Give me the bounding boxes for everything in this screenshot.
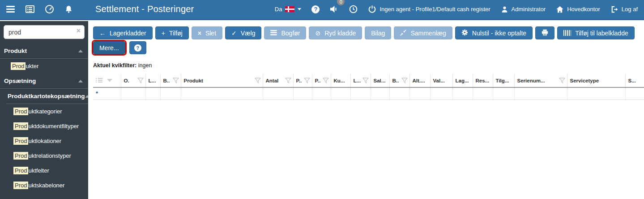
filter-icon[interactable] (255, 78, 261, 83)
table-row[interactable]: * (93, 87, 644, 100)
search-match-highlight: Prod (13, 182, 28, 189)
column-header-val[interactable]: Val... (430, 74, 452, 87)
filter-icon[interactable] (304, 78, 310, 83)
sidebar-section-opsaetning[interactable]: Opsætning (0, 74, 88, 89)
nulstil-button[interactable]: Nulstil - ikke optalte (455, 26, 533, 39)
search-input[interactable] (4, 25, 85, 39)
column-header-lag[interactable]: Lag... (452, 74, 473, 87)
button-label: Bilag (371, 30, 385, 37)
column-header-sal[interactable]: Sal... (371, 74, 389, 87)
mere-button[interactable]: Mere... (93, 41, 125, 54)
check-icon: ✓ (231, 30, 237, 36)
filter-icon[interactable] (363, 78, 369, 83)
user-menu[interactable]: Administrator (501, 5, 546, 13)
sidebar-item-produktdokumentfiltyper[interactable]: Produktdokumentfiltyper (0, 119, 88, 134)
sidebar-item-produktrelationstyper[interactable]: Produktrelationstyper (0, 148, 88, 163)
grid-control-header[interactable] (93, 74, 121, 87)
column-header-p1[interactable]: P.. (293, 74, 312, 87)
column-label: P.. (296, 78, 302, 83)
quickfilter-value: ingen (138, 62, 152, 69)
chevron-up-icon (78, 80, 83, 82)
logout-button[interactable]: Log af (610, 5, 638, 13)
column-label: B.. (163, 78, 170, 83)
menu-icon[interactable] (6, 6, 15, 13)
column-header-b1[interactable]: B.. (160, 74, 181, 87)
ryd-kladde-button[interactable]: ⊘ Ryd kladde (309, 26, 362, 39)
main-content: ← Lagerkladder + Tilføj × Slet ✓ Vælg Bo… (88, 21, 644, 199)
print-button[interactable] (535, 26, 554, 39)
sidebar-search: × (4, 25, 85, 39)
row-menu-icon[interactable] (96, 78, 102, 83)
clock-icon[interactable] (349, 5, 358, 13)
column-label: S... (628, 78, 636, 83)
item-label: uktkategorier (28, 108, 62, 115)
tilfoj-til-labelkladde-button[interactable]: Tilføj til labelkladde (557, 26, 635, 39)
filter-icon[interactable] (323, 78, 329, 83)
filter-icon[interactable] (559, 78, 565, 83)
column-header-p2[interactable]: P.. (312, 74, 331, 87)
column-header-alt[interactable]: Alt.... (409, 74, 430, 87)
column-header-l2[interactable]: L... (350, 74, 371, 87)
x-icon: × (198, 30, 201, 36)
column-label: L... (354, 78, 361, 83)
column-header-res[interactable]: Res... (473, 74, 493, 87)
filter-icon[interactable] (137, 78, 144, 83)
column-header-b2[interactable]: B.. (389, 74, 409, 87)
search-match-highlight: Prod (13, 137, 28, 145)
column-label: P.. (315, 78, 321, 83)
help-button[interactable]: ? (129, 41, 146, 54)
help-icon[interactable]: ? (311, 5, 320, 13)
sidebar-section-produkt[interactable]: Produkt (0, 43, 88, 59)
search-match-highlight: Prod (13, 122, 28, 130)
sammenlaeg-button[interactable]: Sammenlæg (394, 26, 452, 39)
column-header-ku[interactable]: Ku... (331, 74, 350, 87)
column-label: Alt.... (413, 78, 425, 83)
column-label: Lag... (456, 78, 469, 83)
chevron-down-icon[interactable] (107, 79, 112, 82)
column-label: Servicetype (570, 78, 599, 83)
language-selector[interactable]: Da (275, 6, 302, 13)
bogfor-button[interactable]: Bogfør (264, 26, 306, 39)
filter-icon[interactable] (173, 78, 179, 83)
slet-button[interactable]: × Slet (192, 26, 222, 39)
column-header-l1[interactable]: L... (145, 74, 160, 87)
column-header-servicetype[interactable]: Servicetype (567, 74, 625, 87)
bell-icon[interactable] (64, 5, 73, 14)
clear-search-icon[interactable]: × (77, 27, 81, 35)
column-header-antal[interactable]: Antal (263, 74, 293, 87)
column-header-tilg[interactable]: Tilg... (493, 74, 514, 87)
tilfoj-button[interactable]: + Tilføj (155, 26, 189, 39)
search-match-highlight: Prod (11, 62, 26, 70)
sidebar-item-produktskabeloner[interactable]: Produktskabeloner (0, 178, 88, 193)
printer-icon (542, 29, 548, 37)
notification-badge: 0 (337, 0, 345, 5)
column-header-produkt[interactable]: Produkt (181, 74, 263, 87)
user-icon (501, 5, 508, 13)
dashboard-icon[interactable] (45, 5, 54, 13)
filter-icon[interactable] (285, 78, 291, 83)
vaelg-button[interactable]: ✓ Vælg (225, 26, 261, 39)
agent-status[interactable]: Ingen agent - Profile1/Default cash regi… (368, 5, 490, 13)
sidebar-subsection-produktkartotekopsaetning[interactable]: Produktkartotekopsætning (0, 89, 88, 104)
sidebar-item-produktkategorier[interactable]: Produktkategorier (0, 104, 88, 119)
forms-icon[interactable] (26, 5, 34, 13)
bilag-button[interactable]: Bilag (365, 26, 391, 39)
arrow-left-icon: ← (99, 30, 106, 36)
quickfilter-status: Aktuel kvikfilter: ingen (93, 62, 644, 69)
column-header-s[interactable]: S... (625, 74, 644, 87)
site-menu[interactable]: Hovedkontor (556, 5, 600, 13)
column-header-o[interactable]: O. (121, 74, 145, 87)
section-label: Produkt (4, 48, 27, 54)
sidebar-item-produktfelter[interactable]: Produktfelter (0, 163, 88, 178)
logout-icon (610, 5, 618, 13)
home-icon (556, 5, 564, 13)
column-header-serienum[interactable]: Serienum... (514, 74, 567, 87)
sidebar: × Produkt Produkter Opsætning Produktkar… (0, 21, 88, 199)
lagerkladder-button[interactable]: ← Lagerkladder (93, 26, 153, 39)
grid-header-row: O. L... B.. Produkt Antal P.. P.. Ku... … (93, 74, 644, 87)
filter-icon[interactable] (401, 78, 408, 83)
sidebar-item-produktlokationer[interactable]: Produktlokationer (0, 134, 88, 148)
section-label: Opsætning (4, 78, 36, 84)
sidebar-item-produkter[interactable]: Produkter (0, 59, 88, 74)
audio-button[interactable]: 0 (330, 5, 339, 13)
